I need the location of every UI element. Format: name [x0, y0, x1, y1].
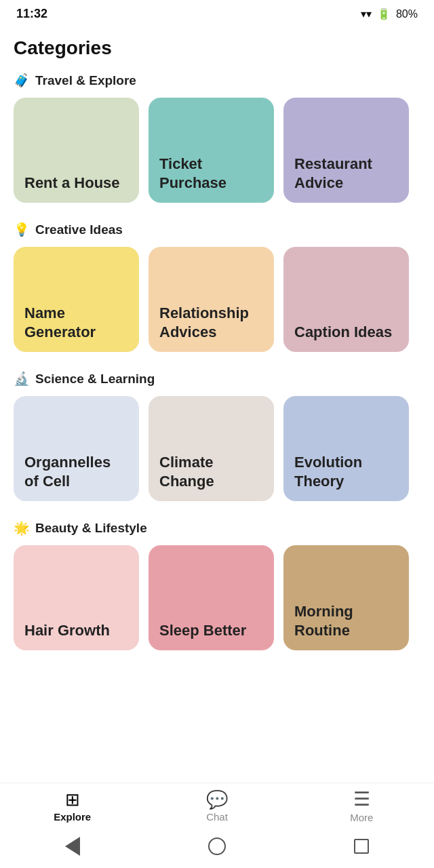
card-restaurant[interactable]: Restaurant Advice [283, 98, 409, 203]
more-icon: ☰ [353, 790, 370, 809]
cards-row-creative: Name GeneratorRelationship AdvicesCaptio… [14, 247, 420, 355]
main-content: Categories 🧳Travel & ExploreRent a House… [0, 25, 434, 783]
section-header-creative: 💡Creative Ideas [14, 222, 420, 237]
battery-percent: 80% [396, 8, 418, 20]
cards-row-travel: Rent a HouseTicket PurchaseRestaurant Ad… [14, 98, 420, 205]
card-label-climate-change: Climate Change [159, 453, 263, 490]
science-label: Science & Learning [35, 372, 155, 387]
card-climate-change[interactable]: Climate Change [149, 396, 274, 501]
nav-label-explore: Explore [54, 811, 91, 823]
card-label-morning-routine: Morning Routine [294, 602, 398, 639]
section-creative: 💡Creative IdeasName GeneratorRelationshi… [14, 222, 420, 355]
status-icons: ▾▾ 🔋 80% [361, 7, 418, 20]
card-organnelles[interactable]: Organnelles of Cell [14, 396, 139, 501]
travel-label: Travel & Explore [35, 73, 136, 88]
section-beauty: 🌟Beauty & LifestyleHair GrowthSleep Bett… [14, 520, 420, 653]
back-button[interactable] [63, 837, 82, 856]
card-caption-ideas[interactable]: Caption Ideas [283, 247, 409, 352]
explore-icon: ⊞ [65, 791, 80, 808]
card-label-organnelles: Organnelles of Cell [24, 453, 128, 490]
system-bar [0, 829, 434, 868]
card-label-restaurant: Restaurant Advice [294, 155, 398, 192]
bottom-nav: ⊞ Explore 💬 Chat ☰ More [0, 783, 434, 829]
creative-emoji: 💡 [14, 222, 30, 237]
nav-item-chat[interactable]: 💬 Chat [144, 791, 289, 823]
nav-item-more[interactable]: ☰ More [290, 790, 434, 823]
cards-row-beauty: Hair GrowthSleep BetterMorning Routine [14, 545, 420, 653]
section-header-beauty: 🌟Beauty & Lifestyle [14, 520, 420, 536]
section-science: 🔬Science & LearningOrgannelles of CellCl… [14, 371, 420, 504]
nav-item-explore[interactable]: ⊞ Explore [0, 791, 144, 823]
sections-container: 🧳Travel & ExploreRent a HouseTicket Purc… [14, 73, 420, 653]
section-header-science: 🔬Science & Learning [14, 371, 420, 387]
travel-emoji: 🧳 [14, 73, 30, 88]
card-sleep-better[interactable]: Sleep Better [149, 545, 274, 650]
science-emoji: 🔬 [14, 371, 30, 387]
card-rent-house[interactable]: Rent a House [14, 98, 139, 203]
card-evolution[interactable]: Evolution Theory [283, 396, 409, 501]
card-label-evolution: Evolution Theory [294, 453, 398, 490]
card-label-hair-growth: Hair Growth [24, 621, 110, 640]
nav-label-more: More [350, 812, 373, 823]
card-morning-routine[interactable]: Morning Routine [283, 545, 409, 650]
card-label-ticket-purchase: Ticket Purchase [159, 155, 263, 192]
card-ticket-purchase[interactable]: Ticket Purchase [149, 98, 274, 203]
cards-row-science: Organnelles of CellClimate ChangeEvoluti… [14, 396, 420, 504]
status-bar: 11:32 ▾▾ 🔋 80% [0, 0, 434, 25]
battery-icon: 🔋 [377, 7, 391, 20]
recents-button[interactable] [352, 837, 371, 856]
section-header-travel: 🧳Travel & Explore [14, 73, 420, 88]
status-time: 11:32 [16, 7, 47, 21]
card-relationship-advices[interactable]: Relationship Advices [149, 247, 274, 352]
beauty-label: Beauty & Lifestyle [35, 521, 147, 536]
creative-label: Creative Ideas [35, 222, 123, 237]
card-label-caption-ideas: Caption Ideas [294, 323, 392, 342]
home-button[interactable] [208, 837, 226, 856]
card-label-sleep-better: Sleep Better [159, 621, 246, 640]
card-label-name-generator: Name Generator [24, 304, 128, 341]
card-hair-growth[interactable]: Hair Growth [14, 545, 139, 650]
card-label-rent-house: Rent a House [24, 174, 120, 193]
section-travel: 🧳Travel & ExploreRent a HouseTicket Purc… [14, 73, 420, 205]
card-label-relationship-advices: Relationship Advices [159, 304, 263, 341]
nav-label-chat: Chat [206, 811, 228, 823]
wifi-icon: ▾▾ [361, 7, 372, 20]
page-title: Categories [14, 37, 420, 59]
card-name-generator[interactable]: Name Generator [14, 247, 139, 352]
chat-icon: 💬 [206, 791, 228, 808]
beauty-emoji: 🌟 [14, 520, 30, 536]
